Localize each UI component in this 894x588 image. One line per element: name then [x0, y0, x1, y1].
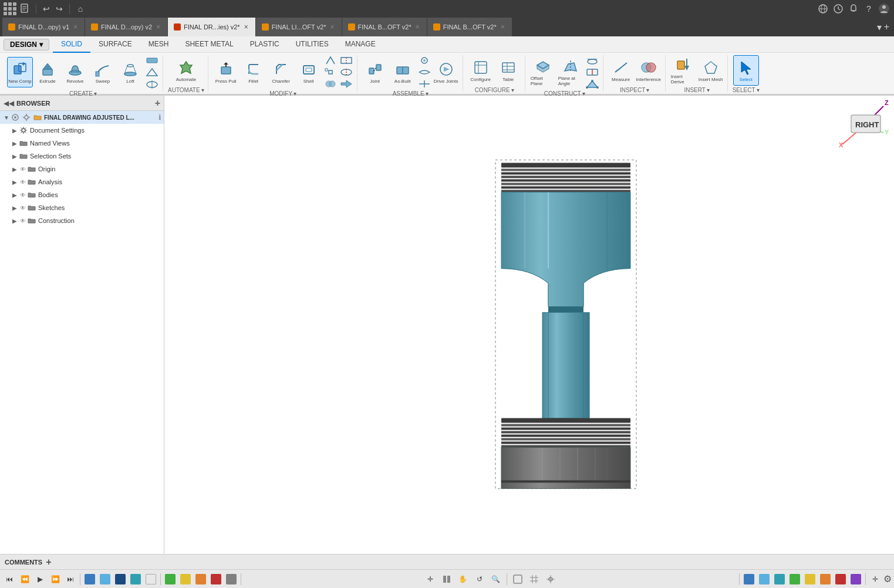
tabs-overflow-btn[interactable]: ▾: [877, 22, 882, 33]
nav-tab-surface[interactable]: SURFACE: [90, 36, 140, 53]
doc-settings-arrow[interactable]: ▶: [11, 126, 19, 134]
playback-end[interactable]: ⏭: [63, 572, 77, 586]
color-3[interactable]: [772, 572, 787, 586]
tab-close-4[interactable]: ×: [329, 23, 336, 31]
playback-play[interactable]: ▶: [33, 572, 47, 586]
tab-2[interactable]: FINAL D...opy) v2 ×: [85, 18, 168, 36]
user-avatar[interactable]: [878, 2, 890, 15]
color-4[interactable]: [788, 572, 802, 586]
app-menu-icon[interactable]: [4, 2, 16, 15]
origin-arrow[interactable]: ▶: [11, 165, 19, 173]
display-mode-1[interactable]: [163, 572, 177, 586]
viewport[interactable]: Z Y X RIGHT: [164, 96, 894, 554]
nav-tab-manage[interactable]: MANAGE: [337, 36, 384, 53]
color-2[interactable]: [757, 572, 771, 586]
ribbon-chamfer[interactable]: Chamfer: [268, 57, 294, 87]
nav-tab-plastic[interactable]: PLASTIC: [242, 36, 288, 53]
tab-6[interactable]: FINAL B...OFT v2* ×: [427, 18, 512, 36]
color-8[interactable]: [849, 572, 863, 586]
ribbon-joint[interactable]: Joint: [362, 57, 388, 87]
ribbon-interference[interactable]: Interference: [636, 55, 662, 86]
tree-item-named-views[interactable]: ▶ Named Views: [8, 137, 164, 150]
ribbon-select[interactable]: Select: [733, 55, 759, 86]
tab-1[interactable]: FINAL D...opy) v1 ×: [2, 18, 85, 36]
home-button[interactable]: ⌂: [74, 2, 87, 15]
playback-prev[interactable]: ⏪: [18, 572, 32, 586]
insert-arrow[interactable]: ▾: [707, 87, 710, 93]
display-mode-4[interactable]: [209, 572, 223, 586]
tree-item-analysis[interactable]: ▶ 👁 Analysis: [8, 175, 164, 188]
ribbon-insert-derive[interactable]: Insert Derive: [670, 55, 696, 86]
tab-close-5[interactable]: ×: [414, 23, 421, 31]
sketches-eye[interactable]: 👁: [19, 204, 27, 212]
viewport-tool-rotate[interactable]: ↺: [473, 572, 487, 586]
automate-arrow[interactable]: ▾: [201, 87, 204, 93]
nav-tab-utilities[interactable]: UTILITIES: [288, 36, 337, 53]
root-visible-icon[interactable]: [11, 113, 20, 122]
display-mode-2[interactable]: [178, 572, 193, 586]
nav-tab-solid[interactable]: SOLID: [53, 36, 90, 53]
ribbon-new-component[interactable]: New Comp: [7, 57, 33, 87]
network-icon[interactable]: [817, 2, 829, 15]
configure-arrow[interactable]: ▾: [511, 87, 514, 93]
redo-button[interactable]: ↪: [53, 3, 65, 15]
playback-next[interactable]: ⏩: [48, 572, 62, 586]
browser-add-btn[interactable]: +: [155, 98, 160, 109]
tab-close-6[interactable]: ×: [500, 23, 506, 31]
settings-gear-icon[interactable]: ⚙: [883, 573, 892, 584]
construction-arrow[interactable]: ▶: [11, 217, 19, 225]
viewport-tool-display[interactable]: [511, 572, 525, 586]
view-home[interactable]: [83, 572, 97, 586]
tab-3[interactable]: FINAL DR...ies) v2* ×: [168, 18, 256, 36]
ribbon-shell[interactable]: Shell: [296, 57, 322, 87]
ribbon-move-copy[interactable]: [339, 79, 353, 89]
viewport-tool-1[interactable]: ✛: [423, 572, 437, 586]
ribbon-automate-icon[interactable]: Automate: [173, 55, 199, 86]
move-cross[interactable]: ✛: [868, 572, 882, 586]
tab-4[interactable]: FINAL LI...OFT v2* ×: [256, 18, 342, 36]
ribbon-sweep[interactable]: Sweep: [90, 57, 116, 87]
undo-button[interactable]: ↩: [41, 3, 52, 15]
ribbon-plane-at-angle[interactable]: Plane at Angle: [558, 57, 583, 87]
tree-item-sketches[interactable]: ▶ 👁 Sketches: [8, 201, 164, 214]
bodies-eye[interactable]: 👁: [19, 191, 27, 199]
comments-add-btn[interactable]: +: [46, 557, 51, 567]
ribbon-insert-mesh[interactable]: Insert Mesh: [698, 55, 724, 86]
ribbon-configure-model[interactable]: Configure: [468, 55, 494, 86]
viewport-tool-2[interactable]: [440, 572, 454, 586]
ribbon-loft[interactable]: Loft: [117, 57, 143, 87]
ribbon-as-built-joint[interactable]: As-Built: [390, 57, 416, 87]
ribbon-contact-sets[interactable]: [417, 55, 431, 66]
ribbon-rib[interactable]: [145, 55, 159, 66]
named-views-arrow[interactable]: ▶: [11, 139, 19, 147]
ribbon-draft[interactable]: [323, 55, 338, 66]
origin-eye[interactable]: 👁: [19, 165, 27, 173]
browser-root-item[interactable]: ▼ FINAL DRAWING ADJUSTED L... ℹ: [0, 111, 164, 124]
ribbon-tangent-plane[interactable]: [585, 55, 599, 66]
construction-eye[interactable]: 👁: [19, 217, 27, 225]
design-dropdown[interactable]: DESIGN ▾: [4, 39, 49, 50]
bodies-arrow[interactable]: ▶: [11, 191, 19, 199]
select-arrow[interactable]: ▾: [757, 87, 760, 93]
color-7[interactable]: [834, 572, 848, 586]
viewport-tool-snap[interactable]: [544, 572, 558, 586]
nav-tab-sheetmetal[interactable]: SHEET METAL: [177, 36, 241, 53]
ribbon-web[interactable]: [145, 67, 159, 77]
tree-item-origin[interactable]: ▶ 👁 Origin: [8, 163, 164, 175]
ribbon-drive-joints[interactable]: Drive Joints: [433, 57, 459, 87]
display-mode-3[interactable]: [194, 572, 208, 586]
analysis-arrow[interactable]: ▶: [11, 178, 19, 186]
bell-icon[interactable]: [847, 2, 860, 15]
view-section[interactable]: [144, 572, 158, 586]
ribbon-combine[interactable]: [323, 79, 338, 89]
playback-start[interactable]: ⏮: [2, 572, 16, 586]
browser-collapse-icon[interactable]: ◀◀: [4, 99, 14, 107]
tab-close-2[interactable]: ×: [155, 23, 161, 31]
sketches-arrow[interactable]: ▶: [11, 204, 19, 212]
inspect-arrow[interactable]: ▾: [646, 87, 649, 93]
ribbon-revolve[interactable]: Revolve: [62, 57, 88, 87]
ribbon-scale[interactable]: [323, 67, 338, 77]
ribbon-extrude[interactable]: Extrude: [35, 57, 60, 87]
tree-item-doc-settings[interactable]: ▶ Document Settings: [8, 124, 164, 137]
ribbon-measure[interactable]: Measure: [608, 55, 634, 86]
